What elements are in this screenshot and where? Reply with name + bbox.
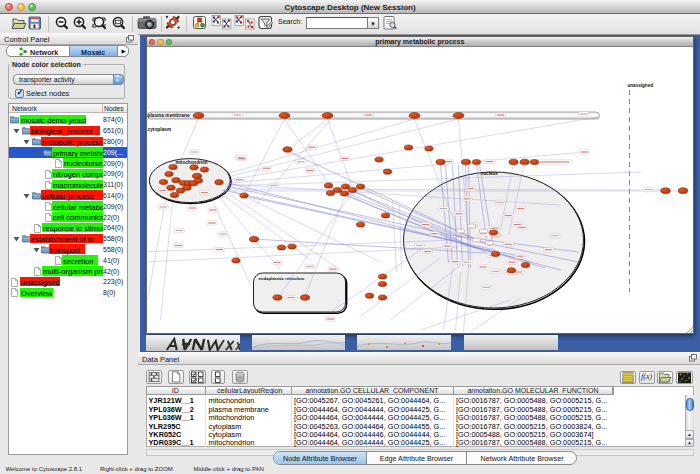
svg-text:unassigned: unassigned (627, 83, 653, 88)
svg-text:endoplasmic reticulum: endoplasmic reticulum (258, 276, 304, 281)
svg-text:cytoplasm: cytoplasm (147, 127, 171, 132)
svg-text:plasma membrane: plasma membrane (147, 113, 189, 118)
svg-text:mitochondrion: mitochondrion (175, 160, 207, 165)
svg-text:nucleus: nucleus (480, 171, 498, 176)
